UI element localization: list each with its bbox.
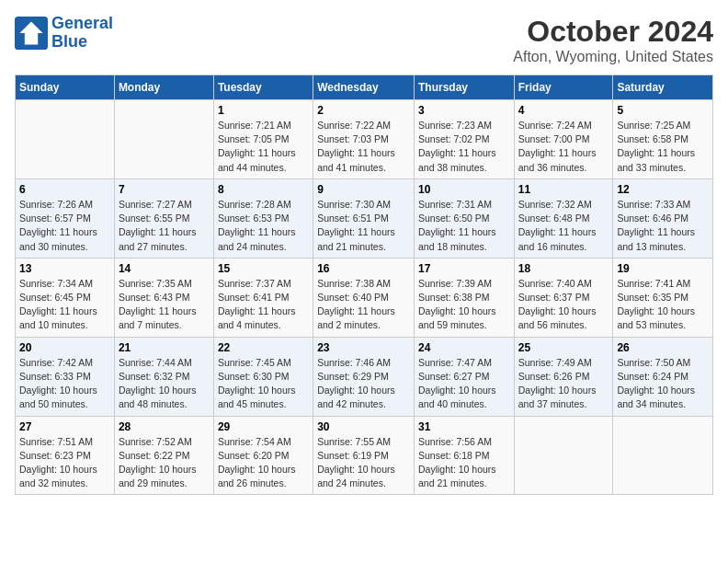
day-number: 10 <box>418 183 510 196</box>
day-info: Sunrise: 7:34 AM Sunset: 6:45 PM Dayligh… <box>19 277 110 333</box>
day-cell <box>16 100 115 179</box>
day-info: Sunrise: 7:37 AM Sunset: 6:41 PM Dayligh… <box>218 277 309 333</box>
day-cell: 22Sunrise: 7:45 AM Sunset: 6:30 PM Dayli… <box>213 337 313 416</box>
day-cell: 4Sunrise: 7:24 AM Sunset: 7:00 PM Daylig… <box>514 100 613 179</box>
day-info: Sunrise: 7:40 AM Sunset: 6:37 PM Dayligh… <box>518 277 609 333</box>
day-info: Sunrise: 7:52 AM Sunset: 6:22 PM Dayligh… <box>119 435 210 491</box>
day-info: Sunrise: 7:45 AM Sunset: 6:30 PM Dayligh… <box>218 356 309 412</box>
day-cell: 25Sunrise: 7:49 AM Sunset: 6:26 PM Dayli… <box>514 337 613 416</box>
day-info: Sunrise: 7:28 AM Sunset: 6:53 PM Dayligh… <box>218 198 309 254</box>
day-cell: 31Sunrise: 7:56 AM Sunset: 6:18 PM Dayli… <box>414 416 514 495</box>
day-cell: 17Sunrise: 7:39 AM Sunset: 6:38 PM Dayli… <box>414 258 514 337</box>
day-info: Sunrise: 7:54 AM Sunset: 6:20 PM Dayligh… <box>218 435 309 491</box>
logo-line1: General <box>51 14 113 32</box>
day-cell: 28Sunrise: 7:52 AM Sunset: 6:22 PM Dayli… <box>114 416 213 495</box>
day-cell: 14Sunrise: 7:35 AM Sunset: 6:43 PM Dayli… <box>114 258 213 337</box>
col-header-saturday: Saturday <box>613 75 713 100</box>
day-cell: 26Sunrise: 7:50 AM Sunset: 6:24 PM Dayli… <box>613 337 713 416</box>
logo-icon <box>15 17 48 50</box>
day-number: 2 <box>317 104 410 117</box>
day-info: Sunrise: 7:50 AM Sunset: 6:24 PM Dayligh… <box>617 356 709 412</box>
day-info: Sunrise: 7:46 AM Sunset: 6:29 PM Dayligh… <box>317 356 410 412</box>
day-info: Sunrise: 7:38 AM Sunset: 6:40 PM Dayligh… <box>317 277 410 333</box>
day-cell: 10Sunrise: 7:31 AM Sunset: 6:50 PM Dayli… <box>414 178 514 258</box>
day-cell <box>114 100 213 179</box>
day-info: Sunrise: 7:47 AM Sunset: 6:27 PM Dayligh… <box>418 356 510 412</box>
day-info: Sunrise: 7:24 AM Sunset: 7:00 PM Dayligh… <box>518 119 609 175</box>
calendar-body: 1Sunrise: 7:21 AM Sunset: 7:05 PM Daylig… <box>16 100 713 495</box>
col-header-monday: Monday <box>114 75 213 100</box>
day-cell: 23Sunrise: 7:46 AM Sunset: 6:29 PM Dayli… <box>313 337 415 416</box>
day-number: 27 <box>19 420 110 433</box>
day-info: Sunrise: 7:26 AM Sunset: 6:57 PM Dayligh… <box>19 198 110 254</box>
day-cell: 6Sunrise: 7:26 AM Sunset: 6:57 PM Daylig… <box>16 178 115 258</box>
day-number: 23 <box>317 341 410 354</box>
col-header-wednesday: Wednesday <box>313 75 415 100</box>
day-cell: 29Sunrise: 7:54 AM Sunset: 6:20 PM Dayli… <box>213 416 313 495</box>
day-info: Sunrise: 7:41 AM Sunset: 6:35 PM Dayligh… <box>617 277 709 333</box>
day-info: Sunrise: 7:44 AM Sunset: 6:32 PM Dayligh… <box>119 356 210 412</box>
day-number: 12 <box>617 183 709 196</box>
day-cell: 1Sunrise: 7:21 AM Sunset: 7:05 PM Daylig… <box>213 100 313 179</box>
day-info: Sunrise: 7:51 AM Sunset: 6:23 PM Dayligh… <box>19 435 110 491</box>
title-block: October 2024 Afton, Wyoming, United Stat… <box>513 15 713 65</box>
day-number: 24 <box>418 341 510 354</box>
day-info: Sunrise: 7:35 AM Sunset: 6:43 PM Dayligh… <box>119 277 210 333</box>
calendar-table: SundayMondayTuesdayWednesdayThursdayFrid… <box>15 75 713 495</box>
day-cell: 18Sunrise: 7:40 AM Sunset: 6:37 PM Dayli… <box>514 258 613 337</box>
col-header-thursday: Thursday <box>414 75 514 100</box>
day-number: 19 <box>617 262 709 275</box>
day-number: 5 <box>617 104 709 117</box>
day-cell: 12Sunrise: 7:33 AM Sunset: 6:46 PM Dayli… <box>613 178 713 258</box>
day-number: 21 <box>119 341 210 354</box>
day-number: 31 <box>418 420 510 433</box>
day-cell: 16Sunrise: 7:38 AM Sunset: 6:40 PM Dayli… <box>313 258 415 337</box>
page-subtitle: Afton, Wyoming, United States <box>513 49 713 65</box>
day-info: Sunrise: 7:25 AM Sunset: 6:58 PM Dayligh… <box>617 119 709 175</box>
day-cell: 2Sunrise: 7:22 AM Sunset: 7:03 PM Daylig… <box>313 100 415 179</box>
day-number: 29 <box>218 420 309 433</box>
day-number: 22 <box>218 341 309 354</box>
logo-text: General Blue <box>51 15 113 52</box>
page-title: October 2024 <box>513 15 713 49</box>
day-number: 25 <box>518 341 609 354</box>
day-info: Sunrise: 7:55 AM Sunset: 6:19 PM Dayligh… <box>317 435 410 491</box>
day-info: Sunrise: 7:39 AM Sunset: 6:38 PM Dayligh… <box>418 277 510 333</box>
day-number: 26 <box>617 341 709 354</box>
day-number: 15 <box>218 262 309 275</box>
day-cell: 7Sunrise: 7:27 AM Sunset: 6:55 PM Daylig… <box>114 178 213 258</box>
day-info: Sunrise: 7:49 AM Sunset: 6:26 PM Dayligh… <box>518 356 609 412</box>
day-cell: 27Sunrise: 7:51 AM Sunset: 6:23 PM Dayli… <box>16 416 115 495</box>
day-number: 28 <box>119 420 210 433</box>
week-row-5: 27Sunrise: 7:51 AM Sunset: 6:23 PM Dayli… <box>16 416 713 495</box>
day-number: 6 <box>19 183 110 196</box>
day-number: 4 <box>518 104 609 117</box>
day-number: 3 <box>418 104 510 117</box>
day-cell: 15Sunrise: 7:37 AM Sunset: 6:41 PM Dayli… <box>213 258 313 337</box>
day-cell: 8Sunrise: 7:28 AM Sunset: 6:53 PM Daylig… <box>213 178 313 258</box>
day-cell: 11Sunrise: 7:32 AM Sunset: 6:48 PM Dayli… <box>514 178 613 258</box>
page-header: General Blue October 2024 Afton, Wyoming… <box>15 15 713 65</box>
day-cell <box>613 416 713 495</box>
week-row-3: 13Sunrise: 7:34 AM Sunset: 6:45 PM Dayli… <box>16 258 713 337</box>
day-cell: 24Sunrise: 7:47 AM Sunset: 6:27 PM Dayli… <box>414 337 514 416</box>
week-row-2: 6Sunrise: 7:26 AM Sunset: 6:57 PM Daylig… <box>16 178 713 258</box>
day-number: 20 <box>19 341 110 354</box>
day-number: 13 <box>19 262 110 275</box>
day-number: 1 <box>218 104 309 117</box>
week-row-4: 20Sunrise: 7:42 AM Sunset: 6:33 PM Dayli… <box>16 337 713 416</box>
day-info: Sunrise: 7:33 AM Sunset: 6:46 PM Dayligh… <box>617 198 709 254</box>
day-number: 8 <box>218 183 309 196</box>
day-number: 7 <box>119 183 210 196</box>
day-info: Sunrise: 7:30 AM Sunset: 6:51 PM Dayligh… <box>317 198 410 254</box>
col-header-tuesday: Tuesday <box>213 75 313 100</box>
col-header-friday: Friday <box>514 75 613 100</box>
day-info: Sunrise: 7:27 AM Sunset: 6:55 PM Dayligh… <box>119 198 210 254</box>
day-info: Sunrise: 7:23 AM Sunset: 7:02 PM Dayligh… <box>418 119 510 175</box>
day-cell: 20Sunrise: 7:42 AM Sunset: 6:33 PM Dayli… <box>16 337 115 416</box>
day-cell: 5Sunrise: 7:25 AM Sunset: 6:58 PM Daylig… <box>613 100 713 179</box>
day-info: Sunrise: 7:21 AM Sunset: 7:05 PM Dayligh… <box>218 119 309 175</box>
day-cell: 30Sunrise: 7:55 AM Sunset: 6:19 PM Dayli… <box>313 416 415 495</box>
day-cell: 19Sunrise: 7:41 AM Sunset: 6:35 PM Dayli… <box>613 258 713 337</box>
day-info: Sunrise: 7:22 AM Sunset: 7:03 PM Dayligh… <box>317 119 410 175</box>
